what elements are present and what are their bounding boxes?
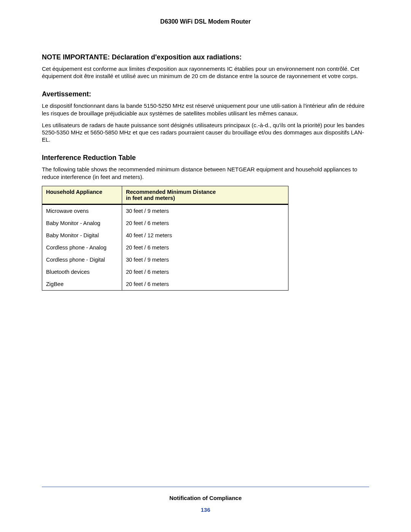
heading-interference: Interference Reduction Table: [42, 154, 369, 162]
cell-distance: 40 feet / 12 meters: [122, 229, 288, 241]
footer-page-number: 136: [42, 506, 369, 513]
cell-appliance: Baby Monitor - Analog: [42, 217, 122, 229]
cell-appliance: Microwave ovens: [42, 204, 122, 217]
footer-divider: [42, 487, 369, 487]
cell-appliance: Bluetooth devices: [42, 266, 122, 278]
cell-distance: 20 feet / 6 meters: [122, 217, 288, 229]
cell-distance: 20 feet / 6 meters: [122, 278, 288, 291]
cell-appliance: Cordless phone - Analog: [42, 241, 122, 254]
paragraph-avert-1: Le dispositif fonctionnant dans la bande…: [42, 102, 369, 117]
interference-reduction-table: Household Appliance Recommended Minimum …: [42, 186, 288, 291]
paragraph-interference-body: The following table shows the recommende…: [42, 166, 369, 180]
cell-appliance: ZigBee: [42, 278, 122, 291]
paragraph-avert-2: Les utilisateurs de radars de haute puis…: [42, 121, 369, 144]
cell-distance: 20 feet / 6 meters: [122, 241, 288, 254]
paragraph-note-body: Cet équipement est conforme aux limites …: [42, 65, 369, 80]
table-row: Cordless phone - Analog20 feet / 6 meter…: [42, 241, 288, 254]
table-row: Cordless phone - Digital30 feet / 9 mete…: [42, 254, 288, 266]
heading-note-importante: NOTE IMPORTANTE: Déclaration d'expositio…: [42, 53, 369, 61]
table-row: Baby Monitor - Digital40 feet / 12 meter…: [42, 229, 288, 241]
cell-appliance: Baby Monitor - Digital: [42, 229, 122, 241]
page-footer: Notification of Compliance 136: [42, 487, 369, 513]
table-row: Bluetooth devices20 feet / 6 meters: [42, 266, 288, 278]
cell-appliance: Cordless phone - Digital: [42, 254, 122, 266]
cell-distance: 30 feet / 9 meters: [122, 204, 288, 217]
cell-distance: 30 feet / 9 meters: [122, 254, 288, 266]
table-row: Baby Monitor - Analog20 feet / 6 meters: [42, 217, 288, 229]
table-row: ZigBee20 feet / 6 meters: [42, 278, 288, 291]
cell-distance: 20 feet / 6 meters: [122, 266, 288, 278]
heading-avertissement: Avertissement:: [42, 90, 369, 98]
table-header-appliance: Household Appliance: [42, 186, 122, 204]
document-title: D6300 WiFi DSL Modem Router: [42, 18, 369, 25]
footer-title: Notification of Compliance: [42, 495, 369, 501]
table-row: Microwave ovens30 feet / 9 meters: [42, 204, 288, 217]
table-header-distance: Recommended Minimum Distance in feet and…: [122, 186, 288, 204]
